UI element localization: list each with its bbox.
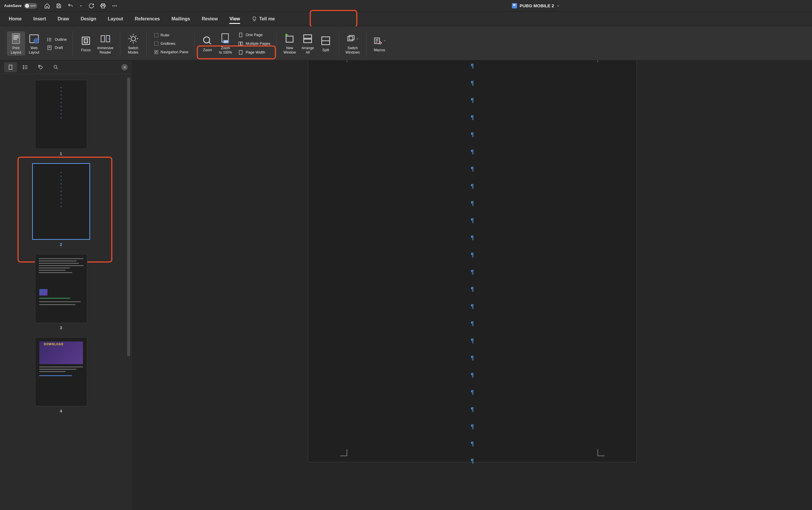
page-thumbnail-1[interactable]: 1 [35,80,87,156]
svg-rect-1 [58,6,60,7]
page-thumbnail-4[interactable]: DOWNLOAD 4 [35,337,87,413]
tab-references[interactable]: References [129,13,166,24]
arrange-all-button[interactable]: Arrange All [299,31,317,56]
one-page-label: One Page [245,33,263,37]
tab-home[interactable]: Home [3,13,27,24]
redo-icon[interactable] [88,3,94,9]
thumbnail-preview [35,80,87,149]
tab-design[interactable]: Design [75,13,102,24]
one-page-button[interactable]: One Page [236,32,272,38]
headings-tab[interactable] [19,62,32,72]
paragraph-marks: ¶ ¶ ¶ ¶ ¶ ¶ ¶ ¶ ¶ ¶ ¶ ¶ ¶ ¶ ¶ ¶ ¶ ¶ ¶ ¶ [471,63,474,464]
autosave-toggle[interactable]: OFF [24,3,37,9]
page-width-label: Page Width [245,50,265,54]
thumbnails-tab[interactable] [4,62,17,72]
more-icon[interactable] [112,3,118,9]
draft-icon [47,45,52,50]
tab-mailings[interactable]: Mailings [166,13,196,24]
pilcrow-icon: ¶ [471,80,474,86]
macros-icon [373,35,386,47]
immersive-reader-label: Immersive Reader [97,46,113,54]
pilcrow-icon: ¶ [471,286,474,292]
margin-corner-icon [340,61,347,62]
page-thumbnail-2[interactable]: 2 [32,163,90,247]
tab-review[interactable]: Review [196,13,224,24]
thumbnail-list[interactable]: 1 2 [0,74,133,510]
pilcrow-icon: ¶ [471,217,474,224]
close-navpane-button[interactable]: ✕ [121,64,128,70]
draft-button[interactable]: Draft [45,45,68,51]
tab-view[interactable]: View [224,13,245,24]
scrollbar[interactable] [126,78,131,507]
group-switch-modes: Switch Modes [120,28,146,59]
gridlines-label: Gridlines [161,41,175,46]
new-window-button[interactable]: New Window [281,31,299,56]
tab-tellme[interactable]: Tell me [246,13,281,24]
print-layout-label: Print Layout [11,46,21,54]
svg-text:100: 100 [224,40,228,43]
pilcrow-icon: ¶ [471,303,474,310]
tab-draw[interactable]: Draw [52,13,75,24]
navigation-pane-checkbox[interactable]: Navigation Pane [152,49,190,55]
document-canvas[interactable]: ¶ ¶ ¶ ¶ ¶ ¶ ¶ ¶ ¶ ¶ ¶ ¶ ¶ ¶ ¶ ¶ ¶ ¶ ¶ ¶ [133,61,812,510]
ruler-checkbox[interactable]: Ruler [152,32,190,38]
pilcrow-icon: ¶ [471,131,474,138]
home-icon[interactable] [44,3,50,9]
split-button[interactable]: Split [317,33,335,53]
close-icon: ✕ [123,65,126,69]
tab-insert[interactable]: Insert [27,13,52,24]
page-width-button[interactable]: Page Width [236,49,272,56]
pilcrow-icon: ¶ [471,320,474,327]
arrange-all-label: Arrange All [301,46,314,54]
draft-label: Draft [55,46,63,50]
undo-icon[interactable] [67,3,73,9]
main-area: ✕ 1 2 [0,61,812,510]
new-window-label: New Window [284,46,296,54]
svg-rect-35 [304,35,312,38]
focus-label: Focus [81,48,91,52]
document-title[interactable]: PUBG MOBILE 2 [512,3,560,8]
zoom-100-button[interactable]: 100 Zoom to 100% [216,31,235,56]
multiple-pages-icon [238,41,243,46]
web-layout-icon [28,33,40,45]
print-icon[interactable] [100,3,106,9]
group-window: New Window Arrange All Split [277,28,339,59]
outline-button[interactable]: Outline [45,36,68,43]
gridlines-checkbox[interactable]: Gridlines [152,41,190,46]
review-tab[interactable] [34,62,47,72]
zoom-button[interactable]: Zoom [199,33,216,53]
new-window-icon [284,33,296,45]
web-layout-button[interactable]: Web Layout [25,31,43,56]
svg-point-6 [116,5,117,6]
focus-icon [80,35,92,47]
switch-modes-button[interactable]: Switch Modes [124,31,142,56]
zoom-100-label: Zoom to 100% [219,46,232,54]
multiple-pages-button[interactable]: Multiple Pages [236,40,272,47]
document-title-text: PUBG MOBILE 2 [520,3,554,8]
pilcrow-icon: ¶ [471,63,474,69]
focus-button[interactable]: Focus [77,33,95,53]
pilcrow-icon: ¶ [471,406,474,413]
save-icon[interactable] [56,3,62,9]
chevron-down-icon[interactable] [79,3,83,9]
switch-windows-icon [347,33,359,45]
svg-rect-32 [241,42,243,46]
one-page-icon [238,32,243,37]
pilcrow-icon: ¶ [471,423,474,430]
list-icon [23,64,29,70]
document-page[interactable]: ¶ ¶ ¶ ¶ ¶ ¶ ¶ ¶ ¶ ¶ ¶ ¶ ¶ ¶ ¶ ¶ ¶ ¶ ¶ ¶ [308,61,637,462]
thumbnail-preview [32,163,90,240]
find-tab[interactable] [50,62,62,72]
macros-button[interactable]: Macros [371,33,388,53]
pilcrow-icon: ¶ [471,148,474,155]
tab-layout[interactable]: Layout [102,13,129,24]
annotation-box [310,10,357,27]
page-thumbnail-3[interactable]: 3 [35,254,87,330]
zoom-100-icon: 100 [220,33,232,45]
switch-windows-button[interactable]: Switch Windows [343,31,362,56]
scrollbar-thumb[interactable] [127,78,130,356]
svg-point-4 [112,5,113,6]
margin-corner-icon [340,449,347,456]
immersive-reader-button[interactable]: Immersive Reader [95,31,116,56]
print-layout-button[interactable]: Print Layout [7,31,25,56]
